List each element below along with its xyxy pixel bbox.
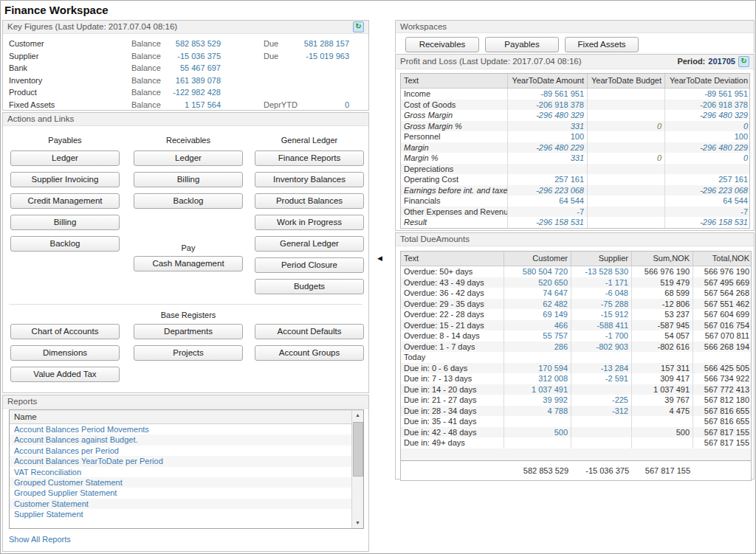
report-link[interactable]: Customer Statement (10, 499, 352, 509)
column-header[interactable]: YearToDate Budget (588, 74, 665, 88)
due-row[interactable]: Overdue: 50+ days 580 504 720 -13 528 53… (401, 266, 751, 277)
report-link[interactable]: Account Balances against Budget. (10, 434, 352, 445)
due-label (264, 86, 302, 99)
due-row[interactable]: Due in: 28 - 34 days 4 788 -312 4 475 56… (401, 406, 751, 417)
due-row[interactable]: Due in: 14 - 20 days 1 037 491 1 037 491… (401, 384, 751, 395)
pnl-amount-cell: 257 161 (508, 174, 588, 185)
period-label: Period: (677, 55, 705, 69)
report-link[interactable]: Account Balances Period Movements (10, 424, 352, 434)
action-button[interactable]: Budgets (255, 279, 364, 294)
column-header[interactable]: Sum,NOK (632, 252, 693, 266)
action-button[interactable]: Dimensions (10, 345, 120, 361)
pnl-row[interactable]: Other Expenses and Revenues -7 -7 (401, 207, 749, 218)
action-button[interactable]: Cash Management (134, 256, 243, 271)
action-button[interactable]: Work in Progress (255, 215, 364, 230)
column-header[interactable]: Text (401, 252, 504, 266)
action-button[interactable]: Account Groups (255, 345, 364, 361)
scroll-up-icon[interactable]: ▲ (352, 410, 363, 420)
pnl-row[interactable]: Cost of Goods -206 918 378 -206 918 378 (401, 100, 749, 111)
action-button[interactable]: Product Balances (255, 193, 364, 209)
action-button[interactable]: Finance Reports (255, 150, 364, 166)
workspace-button[interactable]: Fixed Assets (565, 37, 639, 52)
action-button[interactable]: Account Defaults (255, 324, 364, 339)
pnl-row[interactable]: Gross Margin -296 480 329 -296 480 329 (401, 110, 749, 121)
due-row[interactable]: Overdue: 29 - 35 days 62 482 -75 288 -12… (401, 299, 751, 310)
action-button[interactable]: Departments (134, 324, 243, 339)
report-link[interactable]: Account Balances YearToDate per Period (10, 456, 352, 466)
show-all-reports-link[interactable]: Show All Reports (9, 535, 71, 544)
due-value: -15 019 963 (302, 50, 349, 63)
action-button[interactable]: Value Added Tax (10, 367, 120, 382)
action-button[interactable]: Billing (134, 172, 243, 187)
due-customer-cell: 1 037 491 (504, 384, 571, 395)
due-row[interactable]: Overdue: 8 - 14 days 55 757 -1 700 54 05… (401, 330, 751, 342)
due-row[interactable]: Due in: 21 - 27 days 39 992 -225 39 767 … (401, 395, 751, 406)
due-row[interactable]: Due in: 0 - 6 days 170 594 -13 284 157 3… (401, 363, 751, 374)
due-row[interactable]: Due in: 42 - 48 days 500 500 567 817 155 (401, 427, 751, 438)
pnl-row[interactable]: Income -89 561 951 -89 561 951 (401, 89, 749, 100)
due-total-cell: 567 551 462 (693, 299, 752, 310)
due-row[interactable]: Overdue: 43 - 49 days 520 650 -1 171 519… (401, 277, 751, 288)
report-link[interactable]: Supplier Statement (10, 509, 352, 519)
scrollbar-thumb[interactable] (353, 422, 363, 477)
collapse-left-icon[interactable]: ◀ (377, 255, 382, 262)
due-row[interactable]: Overdue: 15 - 21 days 466 -588 411 -587 … (401, 320, 751, 331)
action-button[interactable]: Inventory Balances (255, 172, 364, 187)
action-button[interactable]: Backlog (10, 236, 120, 252)
column-header[interactable]: Total,NOK (693, 252, 752, 266)
action-button[interactable]: Projects (134, 345, 243, 361)
pnl-deviation-cell: -296 158 531 (665, 217, 751, 228)
due-text-cell: Overdue: 43 - 49 days (401, 277, 504, 288)
action-button[interactable]: Chart of Accounts (10, 324, 120, 339)
pnl-row[interactable]: Financials 64 544 64 544 (401, 195, 749, 207)
due-row[interactable]: Due in: 35 - 41 days 567 816 655 (401, 416, 751, 427)
action-button[interactable]: General Ledger (255, 236, 364, 252)
refresh-icon[interactable]: ↻ (353, 21, 364, 32)
report-link[interactable]: Grouped Supplier Statement (10, 488, 352, 498)
pnl-row[interactable]: Result -296 158 531 -296 158 531 (401, 217, 749, 228)
balance-label: Balance (131, 75, 164, 87)
pnl-row[interactable]: Depreciations (401, 164, 749, 175)
pnl-row[interactable]: Gross Margin % 331 0 0 (401, 121, 749, 132)
action-button[interactable]: Backlog (134, 193, 243, 209)
action-button[interactable]: Period Closure (255, 257, 364, 273)
report-link[interactable]: Grouped Customer Statement (10, 477, 352, 488)
action-button[interactable]: Billing (10, 215, 120, 230)
due-row[interactable]: Overdue: 1 - 7 days 286 -802 903 -802 61… (401, 342, 751, 353)
pnl-row[interactable]: Operating Cost 257 161 257 161 (401, 174, 749, 185)
action-button[interactable]: Credit Management (10, 193, 120, 209)
period-value[interactable]: 201705 (708, 55, 735, 69)
due-row[interactable]: Overdue: 36 - 42 days 74 647 -6 048 68 5… (401, 288, 751, 299)
pnl-row[interactable]: Margin % 331 0 0 (401, 153, 749, 164)
due-row[interactable]: Today (401, 352, 751, 363)
action-button[interactable]: Supplier Invoicing (10, 172, 120, 187)
reports-scrollbar[interactable]: ▲ ▼ (351, 410, 363, 528)
action-button[interactable]: Ledger (134, 150, 243, 166)
report-link[interactable]: VAT Reconciliation (10, 467, 352, 477)
refresh-icon[interactable]: ↻ (738, 56, 749, 67)
pnl-row[interactable]: Personnel 100 100 (401, 131, 749, 142)
pnl-row[interactable]: Earnings before int. and taxes -296 223 … (401, 185, 749, 196)
due-row[interactable]: Due in: 49+ days 567 817 155 (401, 437, 751, 449)
column-header[interactable]: Text (401, 74, 508, 88)
due-row[interactable]: Due in: 7 - 13 days 312 008 -2 591 309 4… (401, 373, 751, 384)
column-header[interactable]: YearToDate Amount (508, 74, 588, 88)
action-button[interactable]: Ledger (10, 150, 120, 166)
reports-listbox: Name Account Balances Period MovementsAc… (9, 409, 364, 529)
pnl-row[interactable]: Margin -296 480 229 -296 480 229 (401, 142, 749, 153)
pnl-text-cell: Financials (401, 195, 508, 207)
column-header[interactable]: YearToDate Deviation (665, 74, 751, 88)
column-header[interactable]: Supplier (571, 252, 632, 266)
column-header[interactable]: Customer (504, 252, 571, 266)
balance-value: 161 389 078 (164, 75, 221, 87)
due-row[interactable]: Overdue: 22 - 28 days 69 149 -15 912 53 … (401, 309, 751, 320)
workspace-button[interactable]: Payables (485, 37, 559, 52)
due-text-cell: Overdue: 29 - 35 days (401, 299, 504, 310)
balance-label: Balance (131, 86, 164, 99)
scroll-down-icon[interactable]: ▼ (352, 518, 363, 528)
reports-name-column-header: Name (10, 410, 352, 424)
workspace-button[interactable]: Receivables (405, 37, 479, 52)
pnl-deviation-cell: -206 918 378 (665, 100, 751, 111)
report-link[interactable]: Account Balances per Period (10, 446, 352, 456)
due-total-cell: 567 495 669 (693, 277, 752, 288)
